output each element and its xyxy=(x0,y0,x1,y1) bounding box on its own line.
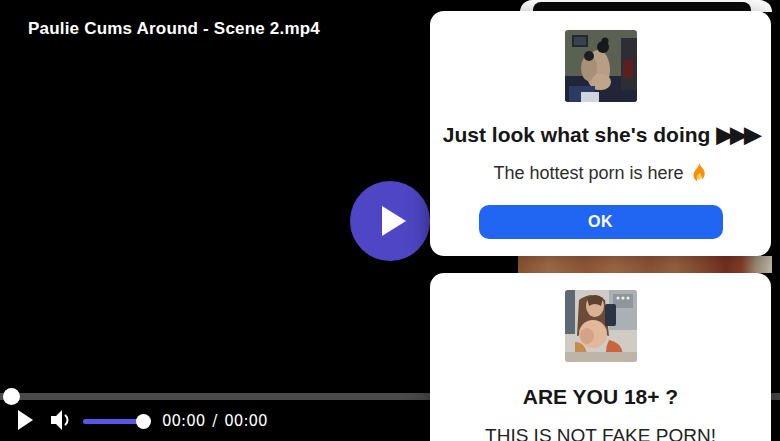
offer-popup-thumbnail[interactable] xyxy=(565,30,637,102)
mirror-selfie-thumbnail xyxy=(565,290,637,362)
age-popup-subtitle: THIS IS NOT FAKE PORN! xyxy=(430,425,771,441)
duration: 00:00 xyxy=(224,412,267,430)
current-time: 00:00 xyxy=(162,412,205,430)
play-icon xyxy=(382,206,406,236)
big-play-button[interactable] xyxy=(350,181,430,261)
age-popup: ARE YOU 18+ ? THIS IS NOT FAKE PORN! xyxy=(430,273,771,441)
offer-subtitle-text: The hottest porn is here xyxy=(493,162,683,184)
offer-popup-subtitle: The hottest porn is here xyxy=(430,162,771,184)
age-popup-title: ARE YOU 18+ ? xyxy=(430,384,771,410)
volume-handle[interactable] xyxy=(136,414,151,429)
offer-popup: Just look what she's doing ▶▶▶ The hotte… xyxy=(430,11,771,256)
offer-title-text: Just look what she's doing xyxy=(443,122,711,148)
play-button[interactable] xyxy=(18,410,33,430)
mute-button[interactable] xyxy=(49,407,73,433)
background-ad-image[interactable] xyxy=(518,256,772,273)
video-page: Paulie Cums Around - Scene 2.mp4 00:00 /… xyxy=(0,0,780,441)
triple-play-arrows-icon: ▶▶▶ xyxy=(716,122,758,148)
seek-handle[interactable] xyxy=(3,388,20,405)
fire-icon xyxy=(691,163,708,183)
volume-down-icon xyxy=(49,407,73,433)
time-display: 00:00 / 00:00 xyxy=(162,412,268,430)
ok-button[interactable]: OK xyxy=(479,205,723,239)
offer-popup-title: Just look what she's doing ▶▶▶ xyxy=(430,122,771,148)
age-popup-thumbnail[interactable] xyxy=(565,290,637,362)
video-title: Paulie Cums Around - Scene 2.mp4 xyxy=(28,19,320,39)
bedroom-photo-thumbnail xyxy=(565,30,637,102)
time-separator: / xyxy=(212,412,217,430)
